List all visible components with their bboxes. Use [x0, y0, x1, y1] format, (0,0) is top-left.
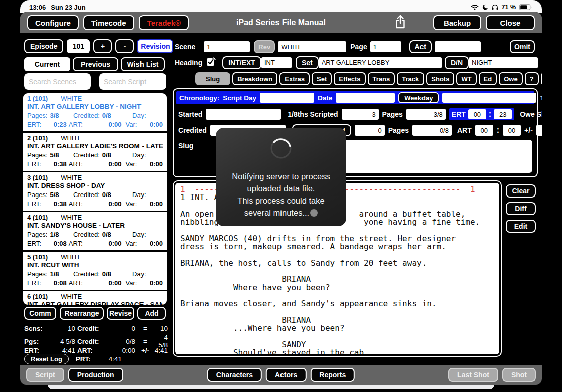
share-icon[interactable]	[394, 14, 406, 31]
detail-tab-owe[interactable]: Owe	[499, 72, 522, 85]
scene-list-item[interactable]: 1 (101)WHITEINT. ART GALLERY LOBBY - NIG…	[23, 93, 167, 133]
comm-button[interactable]: Comm	[24, 307, 56, 320]
detail-tab-breakdown[interactable]: Breakdown	[232, 72, 277, 85]
scene-list-item[interactable]: 6 (101)WHITEINT. ART GALLERY DISPLAY SPA…	[23, 291, 167, 305]
footer-reports-button[interactable]: Reports	[310, 368, 355, 382]
footer-production-button[interactable]: Production	[68, 368, 123, 382]
stat-value: 0:00	[150, 279, 163, 287]
script-day-field[interactable]	[260, 93, 314, 103]
diff-button[interactable]: Diff	[506, 202, 536, 215]
clear-button[interactable]: Clear	[506, 184, 536, 198]
eighths-scripted-field[interactable]	[342, 109, 379, 120]
detail-tab-wt[interactable]: WT	[456, 72, 476, 85]
reset-log-row: Reset Log PRT: 4:41	[24, 354, 122, 364]
int-ext-button[interactable]: INT/EXT	[222, 56, 261, 69]
day-night-field[interactable]	[469, 57, 538, 68]
scene-pages-row: Pages:1/8Credited:0/8Day:	[27, 270, 163, 278]
timecode-button[interactable]: Timecode	[83, 15, 134, 30]
episode-plus-button[interactable]: +	[93, 39, 112, 53]
edit-button[interactable]: Edit	[506, 220, 536, 233]
eighths-credited-field[interactable]	[355, 125, 385, 136]
footer-characters-button[interactable]: Characters	[207, 368, 262, 382]
revision-toggle[interactable]: Revision	[137, 39, 173, 53]
rearrange-button[interactable]: Rearrange	[60, 307, 104, 320]
stat-label: Day:	[132, 151, 146, 159]
ert-seconds-field[interactable]	[494, 109, 512, 119]
add-button[interactable]: Add	[137, 307, 166, 320]
detail-tab-attachments[interactable]: Attachments	[541, 72, 542, 85]
detail-tab--[interactable]: ?	[525, 72, 539, 85]
act-button[interactable]: Act	[409, 40, 432, 53]
scene-list-item[interactable]: 5 (101)WHITEINT. RCUT WITHPages:1/8Credi…	[23, 252, 167, 291]
revision-color-field[interactable]	[278, 41, 346, 52]
scene-number: 2 (101)	[27, 134, 48, 142]
set-button[interactable]: Set	[296, 56, 319, 69]
scripted-pages-field[interactable]	[406, 109, 446, 120]
totals-value: 0	[109, 325, 137, 332]
footer-script-button[interactable]: Script	[26, 368, 64, 382]
detail-tab-extras[interactable]: Extras	[279, 72, 310, 85]
stat-value: 0/8	[102, 151, 111, 159]
detail-tab-effects[interactable]: Effects	[334, 72, 365, 85]
stat-value: 0/8	[102, 231, 111, 238]
ert-minutes-field[interactable]	[468, 109, 486, 119]
day-night-button[interactable]: D/N	[445, 56, 469, 69]
art-seconds-field[interactable]	[503, 125, 521, 136]
started-label: Started	[178, 110, 202, 118]
episode-minus-button[interactable]: -	[115, 39, 134, 53]
scene-title-row: 1 (101)WHITE	[27, 95, 163, 102]
rev-button[interactable]: Rev	[254, 40, 275, 53]
stat-pair: Day:	[132, 270, 163, 278]
art-minutes-field[interactable]	[475, 125, 493, 136]
view-tab-current[interactable]: Current	[24, 57, 70, 71]
started-field[interactable]	[206, 109, 281, 120]
omit-button[interactable]: Omit	[510, 40, 535, 53]
heading-edit-checkbox-icon[interactable]	[206, 56, 217, 69]
page-number-field[interactable]	[370, 41, 401, 52]
close-button[interactable]: Close	[486, 15, 535, 30]
footer-left-group: ScriptProduction	[26, 368, 123, 382]
view-tab-previous[interactable]: Previous	[73, 57, 118, 71]
reset-log-button[interactable]: Reset Log	[24, 354, 69, 364]
prt-value: 4:41	[109, 355, 122, 363]
set-field[interactable]	[319, 57, 442, 68]
search-script-input[interactable]	[99, 73, 166, 90]
loading-message-line: several minutes...	[232, 207, 330, 219]
footer-last-shot-button[interactable]: Last Shot	[448, 368, 498, 382]
weekday-field[interactable]	[442, 93, 536, 103]
detail-tab-shots[interactable]: Shots	[426, 72, 454, 85]
search-scenes-input[interactable]	[24, 73, 91, 90]
scene-times-row: ERT:0:38ART:0:00Var:0:00	[27, 160, 163, 168]
detail-tab-trans[interactable]: Trans	[368, 72, 395, 85]
revise-button[interactable]: Revise	[107, 307, 134, 320]
int-ext-field[interactable]	[261, 57, 292, 68]
backup-button[interactable]: Backup	[433, 15, 481, 30]
scene-number-field[interactable]	[204, 41, 250, 52]
view-tab-wish-list[interactable]: Wish List	[121, 57, 165, 71]
stat-value: 0:38	[54, 200, 67, 208]
act-field[interactable]	[435, 41, 481, 52]
scene-list-item[interactable]: 3 (101)WHITEINT. DRESS SHOP - DAYPages:5…	[23, 172, 167, 212]
date-field[interactable]	[336, 93, 395, 103]
scene-list-item[interactable]: 4 (101)WHITEINT. SANDY'S HOUSE - LATERPa…	[23, 212, 167, 252]
teradek-button[interactable]: Teradek®	[139, 15, 189, 30]
detail-tab-ed[interactable]: Ed	[479, 72, 497, 85]
configure-button[interactable]: Configure	[27, 15, 79, 30]
episode-number-field[interactable]	[67, 39, 90, 53]
footer-actors-button[interactable]: Actors	[266, 368, 306, 382]
totals-operator: +/-	[137, 347, 153, 354]
scene-title-row: 4 (101)WHITE	[27, 214, 163, 221]
footer-shot-button[interactable]: Shot	[502, 368, 536, 382]
detail-tab-track[interactable]: Track	[397, 72, 424, 85]
detail-tab-slug[interactable]: Slug	[195, 72, 230, 85]
credited-pages-field[interactable]	[412, 125, 452, 136]
scene-times-row: ERT:0:38ART:0:00Var:0:00	[27, 200, 163, 208]
stat-label: ART:	[69, 200, 83, 208]
stat-label: ART:	[69, 240, 83, 247]
detail-tab-set[interactable]: Set	[312, 72, 332, 85]
stat-label: ART:	[69, 279, 83, 287]
variance-minutes-field[interactable]	[536, 125, 542, 136]
weekday-button[interactable]: Weekday	[398, 92, 439, 103]
episode-button[interactable]: Episode	[24, 39, 63, 53]
scene-list-item[interactable]: 2 (101)WHITEINT. ART GALLERY LADIE'S ROO…	[23, 133, 167, 172]
